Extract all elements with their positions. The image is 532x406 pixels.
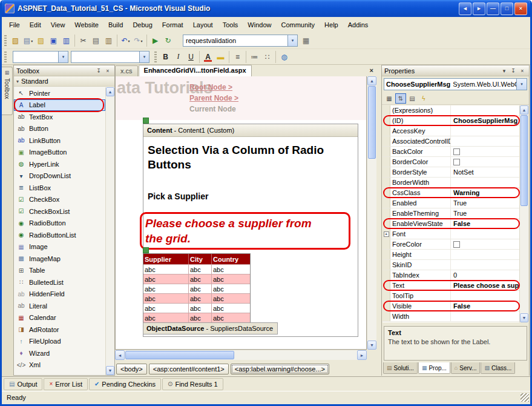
tool-window-tab[interactable]: ▧ Class...: [481, 362, 515, 374]
bottom-panel-tab[interactable]: ▤ Output: [4, 378, 42, 390]
design-horizontal-scrollbar[interactable]: ◄ ►: [115, 350, 367, 360]
tag-navigator-button[interactable]: <body>: [116, 364, 147, 374]
toolbox-item[interactable]: ▾ DropDownList: [14, 170, 105, 182]
toolbox-collapsed-tab[interactable]: ⊞ Toolbox: [2, 67, 13, 115]
property-value[interactable]: [451, 250, 521, 259]
alphabetical-icon[interactable]: ⇅: [395, 93, 406, 104]
nav-back-button[interactable]: ◄: [459, 2, 471, 15]
toolbar-icon[interactable]: [199, 51, 200, 63]
toolbox-item[interactable]: ab Literal: [14, 300, 105, 312]
breadcrumb-link[interactable]: Root Node >: [189, 82, 238, 93]
property-row[interactable]: TabIndex 0: [383, 270, 521, 281]
tool-window-tab[interactable]: ▦ Prop...: [418, 362, 450, 374]
grid-row[interactable]: abc abc abc: [143, 284, 250, 293]
property-value[interactable]: False: [451, 301, 521, 311]
property-row[interactable]: CssClass Warning: [383, 188, 521, 198]
maximize-button[interactable]: □: [501, 2, 513, 15]
search-combo[interactable]: requestvalidation ▾: [183, 35, 298, 47]
property-row[interactable]: BorderColor: [383, 157, 521, 167]
bold-icon[interactable]: B: [159, 51, 172, 63]
toolbox-scrollbar[interactable]: ▲ ▼: [105, 87, 114, 375]
close-icon[interactable]: ×: [518, 67, 527, 75]
toolbar-grip[interactable]: [154, 52, 157, 62]
redo-icon[interactable]: ↷: [132, 35, 145, 47]
property-value[interactable]: [451, 178, 521, 187]
toolbox-item[interactable]: ∷ BulletedList: [14, 276, 105, 288]
property-row[interactable]: BorderStyle NotSet: [383, 167, 521, 178]
toolbox-header[interactable]: Toolbox ↧ ×: [14, 65, 114, 76]
menu-item[interactable]: Layout: [188, 19, 218, 31]
property-value[interactable]: True: [451, 208, 521, 218]
search-combo-value[interactable]: requestvalidation: [183, 35, 287, 46]
align-left-icon[interactable]: ≡: [231, 51, 244, 63]
numbered-list-icon[interactable]: ≔: [248, 51, 261, 63]
scroll-up-icon[interactable]: ▲: [106, 87, 114, 96]
menu-item[interactable]: File: [4, 19, 25, 31]
property-value[interactable]: False: [451, 219, 521, 228]
property-row[interactable]: Visible False: [383, 301, 521, 311]
scrollbar-thumb[interactable]: [521, 115, 528, 206]
target-schema-combo-value[interactable]: [13, 52, 58, 62]
toolbox-item[interactable]: ♦ Wizard: [14, 347, 105, 359]
property-row[interactable]: (Expressions): [383, 105, 521, 116]
property-value[interactable]: [451, 147, 521, 156]
underline-icon[interactable]: U: [185, 51, 197, 63]
property-row[interactable]: AssociatedControlID: [383, 136, 521, 147]
toolbox-item[interactable]: ab LinkButton: [14, 135, 105, 147]
property-row[interactable]: ToolTip: [383, 291, 521, 301]
warning-label[interactable]: Please choose a supplier from the grid.: [145, 216, 327, 246]
property-row[interactable]: AccessKey: [383, 126, 521, 136]
toolbox-group-standard[interactable]: ▾ Standard: [14, 76, 114, 87]
property-value[interactable]: [451, 136, 521, 146]
italic-icon[interactable]: I: [172, 51, 185, 63]
toolbox-item[interactable]: ◉ RadioButton: [14, 218, 105, 230]
menu-item[interactable]: Help: [320, 19, 343, 31]
chevron-down-icon[interactable]: ▾: [58, 52, 68, 62]
scroll-right-icon[interactable]: ►: [357, 350, 367, 360]
paste-icon[interactable]: ▥: [102, 35, 115, 47]
tag-navigator-button[interactable]: <asp:content#content1>: [149, 364, 229, 374]
properties-page-icon[interactable]: ▤: [407, 93, 418, 104]
property-value[interactable]: ChooseSupplierMsg: [451, 116, 521, 125]
tool-window-tab[interactable]: ▤ Soluti...: [383, 362, 418, 374]
title-bar[interactable]: ASPNET_Data_Tutorial_51_CS - Microsoft V…: [2, 0, 530, 17]
toolbar-icon[interactable]: [275, 51, 276, 63]
design-surface[interactable]: ata Tutorials Root Node > Parent Node > …: [115, 76, 367, 350]
events-icon[interactable]: ϟ: [418, 93, 429, 104]
tool-window-tab[interactable]: ⌂ Serv...: [451, 362, 481, 374]
property-row[interactable]: Width: [383, 311, 521, 322]
content-placeholder-header[interactable]: Content - Content1 (Custom): [143, 124, 358, 137]
cut-icon[interactable]: ✂: [77, 35, 90, 47]
bottom-panel-tab[interactable]: ⊙ Find Results 1: [162, 378, 223, 390]
scroll-left-icon[interactable]: ◄: [115, 350, 125, 360]
menu-item[interactable]: Community: [276, 19, 320, 31]
property-row[interactable]: EnableTheming True: [383, 208, 521, 219]
property-value[interactable]: 0: [451, 270, 521, 280]
add-item-icon[interactable]: ▤: [22, 35, 34, 47]
menu-item[interactable]: Format: [157, 19, 188, 31]
resize-grip[interactable]: [521, 393, 529, 402]
property-value[interactable]: [451, 229, 521, 239]
save-all-icon[interactable]: ▥: [60, 35, 73, 47]
toolbox-item[interactable]: ab Button: [14, 123, 105, 135]
highlight-icon[interactable]: ▬: [214, 51, 227, 63]
scroll-down-icon[interactable]: ▼: [367, 341, 376, 350]
font-color-icon[interactable]: A: [202, 51, 214, 63]
menu-item[interactable]: Debug: [128, 19, 157, 31]
toolbox-item[interactable]: ◉ RadioButtonList: [14, 229, 105, 241]
hyperlink-icon[interactable]: ◍: [278, 51, 291, 63]
window-menu-icon[interactable]: ▾: [500, 67, 508, 75]
property-row[interactable]: Text Please choose a suppli: [383, 281, 521, 291]
property-value[interactable]: Warning: [451, 188, 521, 198]
toolbox-item[interactable]: ◍ HyperLink: [14, 158, 105, 170]
scroll-down-icon[interactable]: ▼: [520, 313, 528, 322]
toolbox-item[interactable]: ◨ AdRotator: [14, 324, 105, 336]
toolbox-item[interactable]: ▦ Calendar: [14, 312, 105, 324]
chevron-down-icon[interactable]: ▾: [287, 35, 297, 46]
toolbox-item[interactable]: ab HiddenField: [14, 288, 105, 301]
menu-item[interactable]: Window: [243, 19, 276, 31]
toolbox-item[interactable]: ☑ CheckBox: [14, 194, 105, 206]
grid-row[interactable]: abc abc abc: [143, 313, 250, 322]
property-row[interactable]: Font: [383, 229, 521, 239]
toolbox-item[interactable]: ▩ ImageMap: [14, 253, 105, 265]
